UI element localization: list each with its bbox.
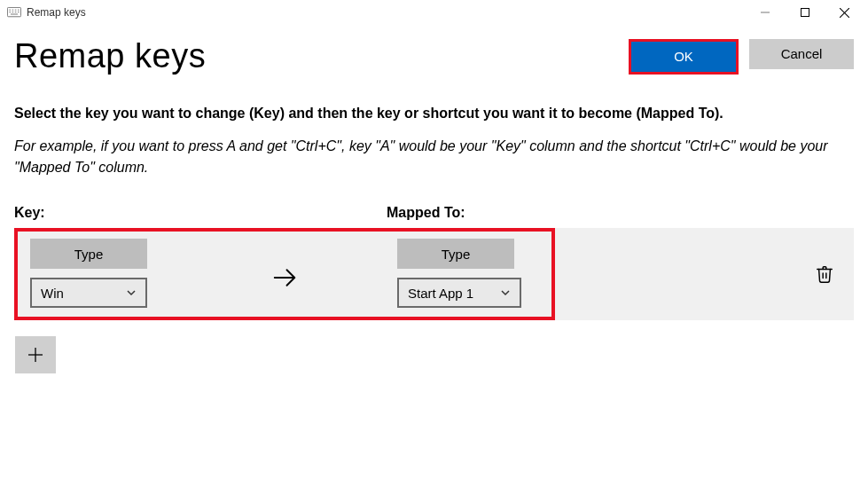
- chevron-down-icon: [500, 287, 511, 298]
- row-strip: [555, 228, 854, 320]
- mapped-select[interactable]: Start App 1: [397, 278, 521, 308]
- key-select-value: Win: [41, 286, 121, 301]
- ok-highlight: OK: [629, 39, 739, 75]
- delete-row-button[interactable]: [815, 264, 834, 284]
- titlebar: Remap keys: [0, 0, 868, 25]
- app-icon: [7, 7, 21, 18]
- maximize-button[interactable]: [785, 0, 825, 25]
- ok-button[interactable]: OK: [631, 42, 736, 72]
- svg-rect-11: [801, 9, 809, 17]
- key-type-button[interactable]: Type: [30, 239, 147, 269]
- mapping-row: Type Win Type Start App 1: [14, 228, 555, 320]
- chevron-down-icon: [126, 287, 137, 298]
- window-title: Remap keys: [27, 6, 86, 19]
- instructions-primary: Select the key you want to change (Key) …: [14, 106, 854, 122]
- mapped-select-value: Start App 1: [408, 286, 495, 301]
- mapped-type-button[interactable]: Type: [397, 239, 514, 269]
- cancel-button[interactable]: Cancel: [749, 39, 854, 69]
- add-row-button[interactable]: [15, 336, 56, 373]
- minimize-button[interactable]: [745, 0, 785, 25]
- key-select[interactable]: Win: [30, 278, 147, 308]
- mapped-column-label: Mapped To:: [387, 205, 465, 221]
- page-title: Remap keys: [14, 37, 206, 75]
- close-button[interactable]: [825, 0, 864, 25]
- instructions-example: For example, if you want to press A and …: [14, 136, 854, 178]
- header-row: Remap keys OK Cancel: [0, 25, 868, 75]
- key-column-label: Key:: [14, 205, 387, 221]
- arrow-icon: [172, 255, 397, 291]
